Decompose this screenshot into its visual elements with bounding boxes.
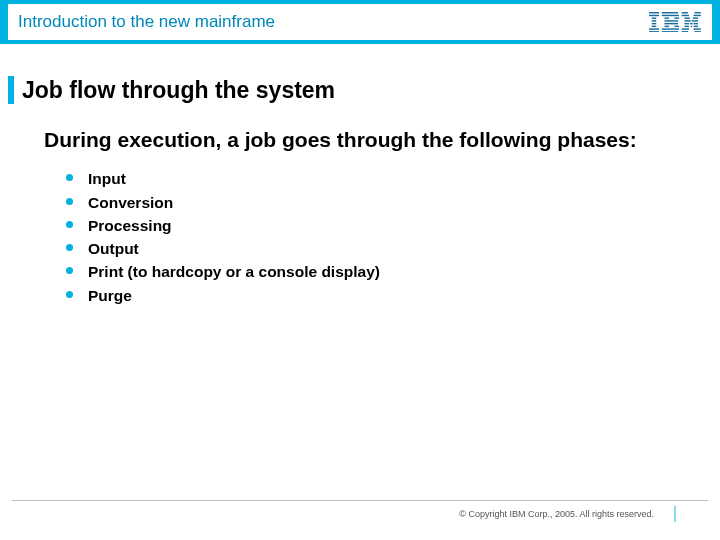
- ibm-logo: [649, 12, 702, 32]
- svg-rect-33: [694, 28, 701, 29]
- content-area: Job flow through the system During execu…: [0, 60, 720, 500]
- svg-rect-4: [652, 23, 657, 24]
- svg-rect-13: [665, 23, 679, 24]
- svg-rect-11: [675, 17, 680, 18]
- header-bar: Introduction to the new mainframe: [0, 0, 720, 44]
- header-inner: Introduction to the new mainframe: [8, 4, 712, 40]
- svg-rect-5: [652, 26, 657, 27]
- svg-rect-28: [694, 23, 699, 24]
- list-item: Print (to hardcopy or a console display): [66, 260, 720, 283]
- header-title: Introduction to the new mainframe: [18, 12, 275, 32]
- list-item: Processing: [66, 214, 720, 237]
- svg-rect-7: [649, 31, 659, 32]
- svg-rect-34: [682, 31, 688, 32]
- svg-rect-22: [685, 17, 690, 18]
- slide-title: Job flow through the system: [22, 77, 335, 104]
- svg-rect-20: [682, 15, 689, 16]
- svg-rect-14: [665, 26, 670, 27]
- footer-divider: [674, 506, 676, 522]
- svg-rect-32: [682, 28, 689, 29]
- phase-list: Input Conversion Processing Output Print…: [0, 167, 720, 307]
- svg-rect-12: [665, 20, 679, 21]
- svg-rect-35: [695, 31, 701, 32]
- svg-rect-18: [682, 12, 688, 13]
- list-item: Conversion: [66, 191, 720, 214]
- svg-rect-29: [685, 26, 690, 27]
- svg-rect-30: [691, 26, 692, 27]
- svg-rect-0: [649, 12, 659, 13]
- list-item: Purge: [66, 284, 720, 307]
- svg-rect-23: [693, 17, 698, 18]
- copyright-text: © Copyright IBM Corp., 2005. All rights …: [459, 509, 654, 519]
- svg-rect-6: [649, 28, 659, 29]
- slide: Introduction to the new mainframe: [0, 0, 720, 540]
- svg-rect-25: [692, 20, 698, 21]
- svg-rect-31: [694, 26, 699, 27]
- svg-rect-17: [662, 31, 678, 32]
- svg-rect-26: [685, 23, 690, 24]
- svg-rect-9: [662, 15, 679, 16]
- svg-rect-16: [662, 28, 679, 29]
- svg-rect-21: [694, 15, 701, 16]
- list-item: Input: [66, 167, 720, 190]
- svg-rect-24: [685, 20, 691, 21]
- svg-rect-3: [652, 20, 657, 21]
- svg-rect-1: [649, 15, 659, 16]
- title-accent-bar: [8, 76, 14, 104]
- footer: © Copyright IBM Corp., 2005. All rights …: [12, 500, 708, 526]
- svg-rect-10: [665, 17, 670, 18]
- slide-title-wrap: Job flow through the system: [0, 76, 720, 104]
- svg-rect-19: [695, 12, 701, 13]
- svg-rect-27: [690, 23, 693, 24]
- list-item: Output: [66, 237, 720, 260]
- svg-rect-15: [675, 26, 680, 27]
- svg-rect-8: [662, 12, 678, 13]
- lead-paragraph: During execution, a job goes through the…: [0, 126, 720, 153]
- svg-rect-2: [652, 17, 657, 18]
